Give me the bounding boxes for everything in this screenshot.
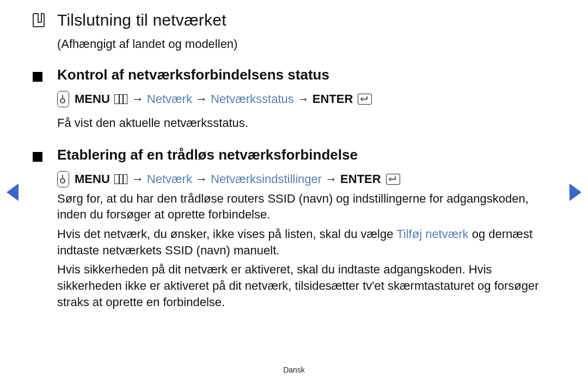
arrow-icon: →	[195, 92, 207, 106]
square-bullet-icon	[33, 72, 42, 82]
menu-label: MENU	[75, 92, 110, 106]
menu-grid-icon	[114, 94, 127, 104]
square-bullet	[33, 66, 57, 82]
section2-para1: Sørg for, at du har den trådløse routers…	[57, 191, 555, 223]
bookmark-icon	[33, 13, 45, 27]
page-subtitle: (Afhængigt af landet og modellen)	[57, 37, 237, 51]
enter-label: ENTER	[313, 92, 353, 106]
section1-heading: Kontrol af netværksforbindelsens status	[57, 66, 329, 83]
arrow-icon: →	[325, 172, 337, 186]
arrow-icon: →	[195, 172, 207, 186]
nav-step-networkstatus: Netværksstatus	[211, 92, 294, 106]
title-row: Tilslutning til netværket	[33, 11, 555, 29]
section-status: Kontrol af netværksforbindelsens status …	[33, 66, 555, 131]
arrow-icon: →	[132, 92, 144, 106]
book-bullet	[33, 11, 57, 27]
nav-step-network: Netværk	[147, 172, 192, 186]
arrow-icon: →	[132, 172, 144, 186]
square-bullet-icon	[33, 152, 42, 162]
page-title: Tilslutning til netværket	[57, 11, 226, 29]
enter-icon	[358, 94, 372, 105]
next-page-arrow[interactable]	[569, 184, 581, 201]
remote-icon	[57, 171, 69, 187]
enter-icon	[386, 174, 400, 185]
square-bullet	[33, 147, 57, 162]
prev-page-arrow[interactable]	[7, 184, 19, 201]
para2-text-a: Hvis det netværk, du ønsker, ikke vises …	[57, 227, 396, 241]
section2-para2: Hvis det netværk, du ønsker, ikke vises …	[57, 226, 555, 258]
menu-grid-icon	[114, 174, 127, 184]
menu-label: MENU	[75, 172, 110, 186]
section2-para3: Hvis sikkerheden på dit netværk er aktiv…	[57, 261, 555, 310]
section-wireless: Etablering af en trådløs netværksforbind…	[33, 147, 555, 310]
subtitle-row: (Afhængigt af landet og modellen)	[33, 37, 555, 51]
nav-step-network: Netværk	[147, 92, 192, 106]
nav-path-settings: MENU → Netværk → Netværksindstillinger →…	[57, 171, 555, 187]
manual-page: Tilslutning til netværket (Afhængigt af …	[0, 0, 588, 384]
add-network-link: Tilføj netværk	[396, 227, 468, 241]
nav-path-status: MENU → Netværk → Netværksstatus → ENTER	[57, 91, 555, 107]
enter-label: ENTER	[340, 172, 381, 186]
arrow-icon: →	[297, 92, 309, 106]
section1-body: Få vist den aktuelle netværksstatus.	[57, 115, 555, 131]
remote-icon	[57, 91, 69, 107]
section2-heading: Etablering af en trådløs netværksforbind…	[57, 147, 358, 163]
nav-step-networksettings: Netværksindstillinger	[211, 172, 322, 186]
footer-language: Dansk	[0, 365, 588, 374]
